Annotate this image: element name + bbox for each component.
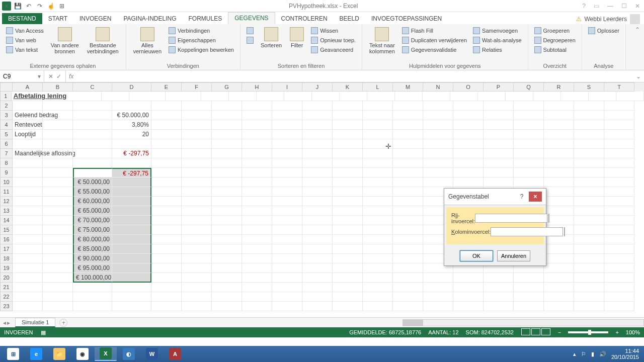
annuleren-button[interactable]: Annuleren bbox=[497, 250, 530, 261]
cell-C11[interactable]: € 55.000,00 bbox=[73, 187, 112, 197]
cell-O22[interactable] bbox=[453, 292, 484, 302]
geavanceerd-button[interactable]: Geavanceerd bbox=[309, 45, 358, 54]
cell-Q22[interactable] bbox=[514, 292, 544, 302]
qat-redo-icon[interactable]: ↷ bbox=[35, 2, 44, 11]
duplicaten-button[interactable]: Duplicaten verwijderen bbox=[400, 36, 469, 45]
cell-B17[interactable] bbox=[43, 244, 73, 254]
cell-G3[interactable] bbox=[212, 111, 242, 120]
cell-R5[interactable] bbox=[544, 130, 574, 139]
cell-E16[interactable] bbox=[151, 235, 182, 244]
cell-P10[interactable] bbox=[484, 177, 514, 187]
cell-G5[interactable] bbox=[212, 130, 242, 139]
cell-B16[interactable] bbox=[43, 235, 73, 244]
cell-E21[interactable] bbox=[151, 283, 182, 292]
cell-H7[interactable] bbox=[242, 149, 272, 158]
cell-B22[interactable] bbox=[43, 292, 73, 302]
sheet-nav-next-icon[interactable]: ▸ bbox=[7, 319, 10, 326]
cell-G13[interactable] bbox=[212, 206, 242, 216]
cell-I7[interactable] bbox=[272, 149, 302, 158]
cell-D1[interactable] bbox=[166, 92, 201, 101]
cell-S18[interactable] bbox=[574, 254, 604, 263]
cell-B13[interactable] bbox=[43, 206, 73, 216]
cell-T22[interactable] bbox=[604, 292, 634, 302]
cell-Q6[interactable] bbox=[514, 139, 544, 149]
cell-S10[interactable] bbox=[574, 177, 604, 187]
qat-touch-icon[interactable]: ☝ bbox=[46, 2, 55, 11]
oplosser-button[interactable]: Oplosser bbox=[586, 26, 621, 35]
cell-I9[interactable] bbox=[272, 168, 302, 177]
cell-G20[interactable] bbox=[212, 273, 242, 283]
row-head-5[interactable]: 5 bbox=[0, 130, 13, 139]
cell-R10[interactable] bbox=[544, 177, 574, 187]
cell-C22[interactable] bbox=[73, 292, 112, 302]
cell-B2[interactable] bbox=[43, 101, 73, 111]
sort-az-button[interactable] bbox=[245, 26, 256, 35]
col-head-B[interactable]: B bbox=[43, 82, 73, 92]
col-head-T[interactable]: T bbox=[604, 82, 634, 92]
cell-L2[interactable] bbox=[363, 101, 393, 111]
cell-A22[interactable] bbox=[13, 292, 43, 302]
cell-K23[interactable] bbox=[333, 302, 363, 311]
cell-D2[interactable] bbox=[112, 101, 151, 111]
tab-gegevens[interactable]: GEGEVENS bbox=[228, 12, 275, 24]
row-head-16[interactable]: 16 bbox=[0, 235, 13, 244]
verbindingen-button[interactable]: Verbindingen bbox=[167, 26, 236, 35]
cell-H9[interactable] bbox=[242, 168, 272, 177]
cell-G10[interactable] bbox=[212, 177, 242, 187]
row-head-10[interactable]: 10 bbox=[0, 177, 13, 187]
cell-E8[interactable] bbox=[151, 158, 182, 168]
col-head-D[interactable]: D bbox=[112, 82, 151, 92]
cell-P3[interactable] bbox=[484, 111, 514, 120]
tab-invoegen[interactable]: INVOEGEN bbox=[73, 13, 117, 24]
cell-R23[interactable] bbox=[544, 302, 574, 311]
cell-M16[interactable] bbox=[393, 235, 423, 244]
cell-A18[interactable] bbox=[13, 254, 43, 263]
row-head-18[interactable]: 18 bbox=[0, 254, 13, 263]
cell-Q3[interactable] bbox=[514, 111, 544, 120]
cell-L19[interactable] bbox=[363, 263, 393, 273]
cell-E12[interactable] bbox=[151, 197, 182, 206]
cell-O3[interactable] bbox=[453, 111, 484, 120]
cell-P6[interactable] bbox=[484, 139, 514, 149]
cell-D21[interactable] bbox=[112, 283, 151, 292]
cell-S9[interactable] bbox=[574, 168, 604, 177]
cell-E23[interactable] bbox=[151, 302, 182, 311]
cell-R19[interactable] bbox=[544, 263, 574, 273]
cell-N2[interactable] bbox=[423, 101, 453, 111]
cell-P20[interactable] bbox=[484, 273, 514, 283]
cell-N21[interactable] bbox=[423, 283, 453, 292]
cell-G21[interactable] bbox=[212, 283, 242, 292]
cell-S21[interactable] bbox=[574, 283, 604, 292]
cell-F3[interactable] bbox=[182, 111, 212, 120]
cell-Q4[interactable] bbox=[514, 120, 544, 130]
cell-M11[interactable] bbox=[393, 187, 423, 197]
cell-C13[interactable]: € 65.000,00 bbox=[73, 206, 112, 216]
cell-M14[interactable] bbox=[393, 216, 423, 225]
cell-D3[interactable]: € 50.000,00 bbox=[112, 111, 151, 120]
cell-K9[interactable] bbox=[333, 168, 363, 177]
cell-D12[interactable] bbox=[112, 197, 151, 206]
cell-A15[interactable] bbox=[13, 225, 43, 235]
opnieuw-button[interactable]: Opnieuw toep. bbox=[309, 36, 358, 45]
cell-K16[interactable] bbox=[333, 235, 363, 244]
cell-H13[interactable] bbox=[242, 206, 272, 216]
select-all-corner[interactable] bbox=[0, 82, 13, 92]
col-head-L[interactable]: L bbox=[363, 82, 393, 92]
row-head-15[interactable]: 15 bbox=[0, 225, 13, 235]
cell-G16[interactable] bbox=[212, 235, 242, 244]
cell-L16[interactable] bbox=[363, 235, 393, 244]
tab-pagina-indeling[interactable]: PAGINA-INDELING bbox=[117, 13, 182, 24]
cell-H23[interactable] bbox=[242, 302, 272, 311]
cell-L14[interactable] bbox=[363, 216, 393, 225]
cell-P4[interactable] bbox=[484, 120, 514, 130]
cell-H6[interactable] bbox=[242, 139, 272, 149]
cell-A5[interactable]: Looptijd bbox=[13, 130, 43, 139]
cell-G12[interactable] bbox=[212, 197, 242, 206]
cell-F10[interactable] bbox=[182, 177, 212, 187]
col-head-F[interactable]: F bbox=[182, 82, 212, 92]
cell-R11[interactable] bbox=[544, 187, 574, 197]
cell-R12[interactable] bbox=[544, 197, 574, 206]
cell-P22[interactable] bbox=[484, 292, 514, 302]
cell-D10[interactable] bbox=[112, 177, 151, 187]
cell-C15[interactable]: € 75.000,00 bbox=[73, 225, 112, 235]
